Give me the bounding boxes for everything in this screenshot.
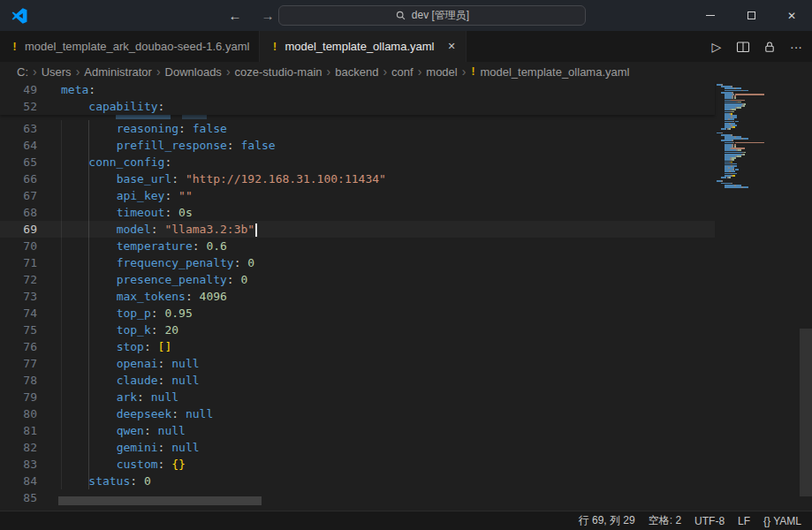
warning-icon: !: [270, 41, 278, 53]
line-text[interactable]: temperature: 0.6: [61, 238, 227, 254]
line-text[interactable]: presence_penalty: 0: [61, 271, 247, 288]
command-center-search[interactable]: dev [管理员]: [278, 5, 586, 26]
breadcrumb-item[interactable]: Users: [41, 65, 72, 79]
line-text[interactable]: custom: {}: [61, 456, 186, 473]
warning-icon: !: [471, 65, 474, 78]
status-encoding[interactable]: UTF-8: [694, 515, 725, 527]
tab-close-icon[interactable]: ✕: [447, 41, 455, 52]
status-indentation[interactable]: 空格: 2: [649, 513, 681, 528]
breadcrumb-item[interactable]: Administrator: [83, 65, 153, 79]
split-editor-button[interactable]: [732, 36, 754, 57]
tab-list: !model_template_ark_doubao-seed-1.6.yaml…: [0, 31, 467, 62]
line-number: 84: [0, 473, 37, 489]
line-text[interactable]: prefill_response: false: [61, 137, 276, 154]
vscode-window: ← → dev [管理员] ✕ !model_template_ark_doub…: [0, 0, 812, 530]
status-eol[interactable]: LF: [738, 515, 750, 527]
maximize-button[interactable]: [731, 0, 771, 31]
code-line: 64 prefill_response: false: [0, 137, 715, 154]
line-number: 63: [0, 120, 37, 137]
code-line: 65 conn_config:: [0, 154, 715, 170]
line-number: 72: [0, 271, 37, 288]
code-line: 81 qwen: null: [0, 422, 715, 439]
line-text[interactable]: model: "llama3.2:3b": [61, 221, 257, 238]
lock-button[interactable]: [759, 36, 780, 57]
code-line: 69 model: "llama3.2:3b": [0, 221, 715, 238]
vertical-scrollbar[interactable]: [800, 81, 812, 511]
breadcrumb-item[interactable]: Downloads: [164, 65, 223, 79]
line-text[interactable]: claude: null: [61, 372, 200, 389]
breadcrumb-file[interactable]: model_template_ollama.yaml: [479, 65, 630, 79]
breadcrumb-item[interactable]: backend: [334, 65, 379, 79]
line-text[interactable]: conn_config:: [61, 154, 171, 170]
statusbar-right: 行 69, 列 29空格: 2UTF-8LF{} YAML: [579, 513, 812, 528]
line-number: 77: [0, 355, 37, 372]
back-button[interactable]: ←: [226, 8, 244, 23]
line-number: 64: [0, 137, 37, 154]
line-number: 85: [0, 489, 37, 506]
line-number: 71: [0, 254, 37, 271]
breadcrumb-item[interactable]: conf: [391, 65, 414, 79]
horizontal-scrollbar-thumb[interactable]: [58, 496, 262, 505]
lock-icon: [763, 40, 777, 54]
line-number: 82: [0, 439, 37, 456]
line-number: 69: [0, 221, 37, 238]
line-text[interactable]: openai: null: [61, 355, 200, 372]
minimize-icon: [706, 15, 715, 16]
close-button[interactable]: ✕: [771, 0, 812, 31]
minimize-button[interactable]: [690, 0, 731, 31]
breadcrumb-item[interactable]: coze-studio-main: [234, 65, 323, 79]
breadcrumb-separator: ›: [33, 64, 37, 79]
line-number: 83: [0, 456, 37, 473]
line-number: 74: [0, 305, 37, 322]
breadcrumb-item[interactable]: C:: [16, 65, 29, 79]
history-nav: ← →: [226, 0, 277, 31]
run-button[interactable]: ▷: [706, 36, 727, 57]
minimap[interactable]: [715, 81, 800, 511]
line-text[interactable]: deepseek: null: [61, 405, 213, 422]
line-text[interactable]: qwen: null: [61, 422, 186, 439]
line-text[interactable]: timeout: 0s: [61, 204, 193, 221]
line-text[interactable]: status: 0: [61, 473, 151, 489]
line-text[interactable]: ark: null: [61, 389, 178, 405]
forward-button[interactable]: →: [259, 8, 277, 23]
clipped-line-fragment: [182, 115, 207, 119]
line-text[interactable]: stop: []: [61, 338, 171, 355]
code-line: 67 api_key: "": [0, 187, 715, 204]
line-number: 49: [0, 81, 37, 98]
line-number: 80: [0, 405, 37, 422]
tab-label: model_template_ollama.yaml: [285, 40, 434, 53]
line-text[interactable]: frequency_penalty: 0: [61, 254, 254, 271]
line-text[interactable]: top_p: 0.95: [61, 305, 193, 322]
vertical-scrollbar-thumb[interactable]: [800, 329, 812, 496]
code-line: 76 stop: []: [0, 338, 715, 355]
breadcrumb-separator: ›: [418, 64, 422, 79]
close-icon: ✕: [787, 10, 796, 22]
code-line: 74 top_p: 0.95: [0, 305, 715, 322]
split-editor-icon: [736, 40, 750, 54]
line-text[interactable]: api_key: "": [61, 187, 193, 204]
line-text[interactable]: top_k: 20: [61, 322, 178, 338]
tab-active[interactable]: !model_template_ollama.yaml✕: [260, 31, 466, 62]
line-text[interactable]: gemini: null: [61, 439, 200, 456]
line-number: 65: [0, 154, 37, 170]
clipped-line-fragment: [116, 115, 171, 119]
maximize-icon: [747, 11, 755, 19]
minimap-row: [715, 186, 800, 188]
line-number: 81: [0, 422, 37, 439]
code-area[interactable]: 63 reasoning: false64 prefill_response: …: [0, 120, 715, 506]
breadcrumb-item[interactable]: model: [425, 65, 458, 79]
search-label: dev [管理员]: [412, 8, 469, 23]
code-line: 68 timeout: 0s: [0, 204, 715, 221]
line-text[interactable]: capability:: [61, 98, 164, 115]
line-text[interactable]: max_tokens: 4096: [61, 288, 227, 305]
window-controls: ✕: [690, 0, 812, 31]
code-line: 49meta:: [0, 81, 715, 98]
line-text[interactable]: reasoning: false: [61, 120, 227, 137]
more-actions-button[interactable]: ···: [785, 36, 807, 57]
tab-inactive[interactable]: !model_template_ark_doubao-seed-1.6.yaml: [0, 31, 260, 62]
line-text[interactable]: base_url: "http://192.168.31.100:11434": [61, 170, 386, 187]
status-cursor-position[interactable]: 行 69, 列 29: [579, 513, 635, 528]
line-text[interactable]: meta:: [61, 81, 95, 98]
status-language-mode[interactable]: {} YAML: [763, 515, 801, 527]
breadcrumb-separator: ›: [462, 64, 467, 79]
